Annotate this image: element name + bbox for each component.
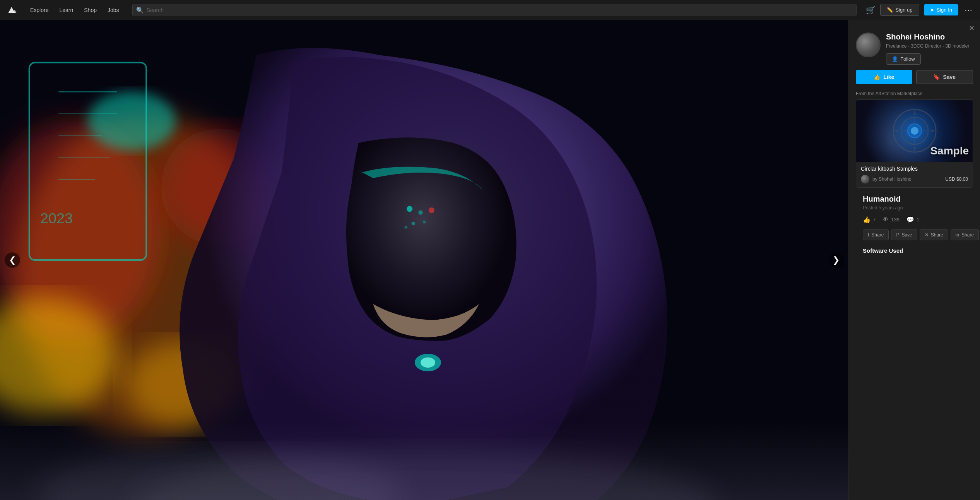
sidebar-close-area: ✕ <box>849 20 980 33</box>
marketplace-card[interactable]: Sample Circlar kitbash Samples by Shohei… <box>856 99 973 188</box>
pencil-icon: ✏️ <box>887 7 893 13</box>
follow-button[interactable]: 👤 Follow <box>886 53 921 65</box>
prev-arrow[interactable]: ❮ <box>5 252 20 268</box>
main-layout: 2023 <box>0 20 980 500</box>
marketplace-artist-avatar <box>861 175 869 183</box>
artist-name: Shohei Hoshino <box>886 33 973 41</box>
image-viewer: 2023 <box>0 20 848 500</box>
comments-stat: 💬 1 <box>906 216 919 223</box>
comment-icon: 💬 <box>906 216 914 223</box>
svg-line-36 <box>904 136 910 141</box>
marketplace-by: by Shohei Hoshino <box>872 176 942 182</box>
twitter-icon: ✕ <box>925 232 929 238</box>
svg-point-28 <box>911 127 918 135</box>
artist-info: Shohei Hoshino Freelance - 3DCG Director… <box>886 33 973 65</box>
eye-icon: 👁 <box>883 216 889 223</box>
svg-line-34 <box>920 136 925 141</box>
artwork-container: 2023 <box>0 20 848 500</box>
software-used-title: Software Used <box>863 247 966 254</box>
marketplace-price: USD $0.00 <box>945 176 968 182</box>
marketplace-info: Circlar kitbash Samples by Shohei Hoshin… <box>856 162 973 187</box>
avatar[interactable] <box>856 33 881 57</box>
svg-point-19 <box>423 221 426 224</box>
smoke-effect <box>0 423 848 500</box>
svg-point-15 <box>407 206 412 212</box>
search-container: 🔍 <box>132 4 857 16</box>
sidebar: ✕ Shohei Hoshino Freelance - 3DCG Direct… <box>848 20 980 500</box>
facebook-share-button[interactable]: f Share <box>863 229 889 240</box>
pinterest-save-button[interactable]: P Save <box>891 229 917 240</box>
artstation-logo[interactable] <box>6 3 20 17</box>
thumbs-up-icon: 👍 <box>863 216 871 223</box>
bookmark-icon: 🔖 <box>933 74 940 80</box>
svg-point-17 <box>429 207 434 213</box>
svg-line-33 <box>904 120 910 126</box>
artist-section: Shohei Hoshino Freelance - 3DCG Director… <box>849 33 980 265</box>
more-menu-button[interactable]: ⋯ <box>963 4 974 16</box>
linkedin-share-button[interactable]: in Share <box>951 229 979 240</box>
svg-point-20 <box>404 226 407 229</box>
artist-header: Shohei Hoshino Freelance - 3DCG Director… <box>856 33 973 65</box>
like-save-row: 👍 Like 🔖 Save <box>856 70 973 84</box>
marketplace-label: From the ArtStation Marketplace <box>856 91 973 96</box>
svg-line-35 <box>920 120 925 126</box>
sign-in-button[interactable]: ➤ Sign In <box>924 4 958 15</box>
svg-point-18 <box>411 222 415 225</box>
jobs-nav[interactable]: Jobs <box>104 5 123 15</box>
close-button[interactable]: ✕ <box>969 24 975 33</box>
twitter-share-button[interactable]: ✕ Share <box>920 229 948 240</box>
svg-text:2023: 2023 <box>40 210 73 226</box>
like-icon: 👍 <box>874 74 880 80</box>
sign-up-button[interactable]: ✏️ Sign up <box>880 4 919 16</box>
sample-badge: Sample <box>930 145 969 157</box>
likes-stat: 👍 7 <box>863 216 876 223</box>
like-button[interactable]: 👍 Like <box>856 70 912 84</box>
share-row: f Share P Save ✕ Share in Share <box>863 229 966 240</box>
follow-icon: 👤 <box>892 56 898 62</box>
save-button[interactable]: 🔖 Save <box>916 70 973 84</box>
linkedin-icon: in <box>956 232 959 238</box>
search-icon: 🔍 <box>136 6 144 14</box>
artwork-posted: Posted 5 years ago <box>863 205 966 211</box>
navbar: Explore Learn Shop Jobs 🔍 🛒 ✏️ Sign up ➤… <box>0 0 980 20</box>
marketplace-title: Circlar kitbash Samples <box>861 166 968 172</box>
avatar-image <box>857 33 880 57</box>
arrow-icon: ➤ <box>930 7 934 13</box>
marketplace-meta: by Shohei Hoshino USD $0.00 <box>861 175 968 183</box>
svg-point-22 <box>421 357 435 367</box>
learn-nav[interactable]: Learn <box>55 5 77 15</box>
views-stat: 👁 139 <box>883 216 900 223</box>
shop-nav[interactable]: Shop <box>80 5 101 15</box>
search-input[interactable] <box>132 4 857 16</box>
stats-row: 👍 7 👁 139 💬 1 <box>863 216 966 223</box>
artwork-title: Humanoid <box>863 195 966 204</box>
nav-right: 🛒 ✏️ Sign up ➤ Sign In ⋯ <box>866 4 974 16</box>
pinterest-icon: P <box>896 232 899 238</box>
next-arrow[interactable]: ❯ <box>828 252 844 268</box>
explore-nav[interactable]: Explore <box>26 5 52 15</box>
cart-icon[interactable]: 🛒 <box>866 5 876 15</box>
svg-point-16 <box>418 210 422 214</box>
facebook-icon: f <box>868 232 869 238</box>
svg-point-7 <box>88 92 176 150</box>
artist-title: Freelance - 3DCG Director - 3D modeler <box>886 43 973 50</box>
artwork-section: Humanoid Posted 5 years ago 👍 7 👁 139 💬 … <box>856 195 973 258</box>
marketplace-thumbnail: Sample <box>856 100 973 162</box>
